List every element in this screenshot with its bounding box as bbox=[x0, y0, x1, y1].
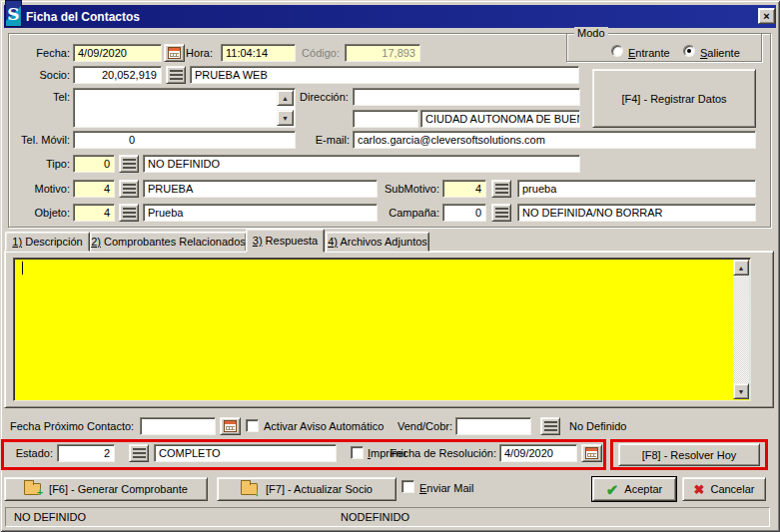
tab-label: 2) Comprobantes Relacionados bbox=[91, 236, 246, 248]
socio-lookup-button[interactable] bbox=[166, 66, 186, 84]
tipo-code-field[interactable]: 0 bbox=[73, 155, 115, 173]
radio-saliente-label[interactable]: Saliente bbox=[700, 47, 740, 60]
status-left-text: NO DEFINIDO bbox=[14, 511, 86, 524]
fecha-calendar-button[interactable] bbox=[164, 44, 185, 62]
tipo-lookup-button[interactable] bbox=[119, 155, 139, 173]
menu-icon bbox=[123, 159, 136, 169]
codigo-label: Código: bbox=[300, 47, 340, 60]
tab-respuesta[interactable]: 3) Respuesta bbox=[246, 229, 325, 253]
tipo-desc-field[interactable]: NO DEFINIDO bbox=[143, 155, 580, 173]
submotivo-label: SubMotivo: bbox=[383, 183, 439, 196]
respuesta-scroll-down-button[interactable]: ▼ bbox=[733, 383, 749, 399]
submotivo-lookup-button[interactable] bbox=[491, 180, 511, 198]
proximo-contacto-label: Fecha Próximo Contacto: bbox=[10, 420, 134, 433]
estado-lookup-button[interactable] bbox=[129, 444, 149, 462]
tab-comprobantes-relacionados[interactable]: 2) Comprobantes Relacionados bbox=[90, 232, 247, 252]
cross-icon: ✖ bbox=[694, 483, 705, 496]
arrow-down-icon: ▼ bbox=[738, 388, 745, 395]
fecha-label: Fecha: bbox=[20, 47, 70, 60]
campana-desc-field[interactable]: NO DEFINIDA/NO BORRAR bbox=[517, 204, 756, 222]
activar-aviso-checkbox[interactable] bbox=[246, 419, 259, 432]
tel-scroll-up-button[interactable]: ▲ bbox=[277, 90, 294, 106]
motivo-desc-field[interactable]: PRUEBA bbox=[143, 180, 378, 198]
objeto-desc-field[interactable]: Prueba bbox=[143, 204, 378, 222]
f6-button-label: [F6] - Generar Comprobante bbox=[49, 483, 188, 495]
resolucion-field[interactable]: 4/09/2020 bbox=[499, 444, 577, 462]
email-field[interactable]: carlos.garcia@cleversoftsolutions.com bbox=[353, 131, 756, 149]
respuesta-scroll-up-button[interactable]: ▲ bbox=[733, 260, 749, 275]
tel-movil-field[interactable]: 0 bbox=[73, 131, 296, 149]
aceptar-button[interactable]: ✔ Aceptar bbox=[592, 477, 676, 501]
radio-entrante-label[interactable]: Entrante bbox=[628, 47, 670, 60]
folder-download-icon: ↓ bbox=[241, 483, 258, 495]
campana-code-field[interactable]: 0 bbox=[442, 204, 486, 222]
respuesta-textarea[interactable]: ▲ ▼ bbox=[13, 258, 751, 401]
objeto-code-field[interactable]: 4 bbox=[73, 204, 115, 222]
radio-entrante[interactable] bbox=[611, 45, 623, 57]
enviar-mail-checkbox[interactable] bbox=[401, 480, 414, 493]
tab-archivos-adjuntos[interactable]: 4) Archivos Adjuntos bbox=[326, 232, 429, 252]
hora-field[interactable]: 11:04:14 bbox=[221, 44, 296, 62]
activar-aviso-label: Activar Aviso Automático bbox=[264, 420, 384, 433]
tab-label: 1) Descripción bbox=[12, 236, 82, 248]
app-logo-icon: S bbox=[5, 0, 22, 27]
cancelar-button[interactable]: ✖ Cancelar bbox=[682, 477, 766, 501]
submotivo-desc-field[interactable]: prueba bbox=[517, 180, 756, 198]
f6-generar-comprobante-button[interactable]: + [F6] - Generar Comprobante bbox=[4, 477, 208, 501]
f4-registrar-datos-button[interactable]: [F4] - Registrar Datos bbox=[592, 69, 756, 128]
vend-cobr-label: Vend/Cobr: bbox=[391, 420, 452, 433]
arrow-up-icon: ▲ bbox=[282, 95, 289, 102]
tab-descripcion[interactable]: 1) Descripción bbox=[5, 232, 90, 252]
menu-icon bbox=[544, 421, 557, 431]
codigo-field: 17,893 bbox=[345, 44, 420, 62]
direccion-city-field[interactable]: CIUDAD AUTONOMA DE BUEN bbox=[420, 110, 580, 128]
text-cursor bbox=[22, 262, 23, 274]
tab-label: 4) Archivos Adjuntos bbox=[328, 236, 427, 248]
proximo-contacto-calendar-button[interactable] bbox=[220, 417, 241, 435]
estado-code-field[interactable]: 2 bbox=[57, 444, 115, 462]
arrow-up-icon: ▲ bbox=[738, 265, 745, 271]
close-icon: × bbox=[763, 10, 769, 22]
calendar-icon bbox=[585, 447, 598, 459]
direccion-label: Dirección: bbox=[300, 91, 348, 104]
f7-button-label: [F7] - Actualizar Socio bbox=[266, 483, 373, 495]
estado-desc-field[interactable]: COMPLETO bbox=[154, 444, 337, 462]
folder-plus-icon: + bbox=[24, 483, 41, 495]
tab-label: 3) Respuesta bbox=[253, 235, 318, 247]
tel-movil-label: Tel. Móvil: bbox=[10, 134, 70, 147]
direccion-field[interactable] bbox=[353, 88, 580, 106]
vend-cobr-lookup-button[interactable] bbox=[540, 417, 560, 435]
proximo-contacto-field[interactable] bbox=[140, 417, 216, 435]
objeto-lookup-button[interactable] bbox=[119, 204, 139, 222]
aceptar-button-label: Aceptar bbox=[624, 483, 662, 495]
direccion-zip-field[interactable] bbox=[353, 110, 418, 128]
f8-button-label: [F8] - Resolver Hoy bbox=[642, 449, 737, 461]
title-bar[interactable]: Ficha del Contactos bbox=[4, 5, 776, 28]
motivo-code-field[interactable]: 4 bbox=[73, 180, 115, 198]
vend-cobr-field[interactable] bbox=[455, 417, 531, 435]
respuesta-scrollbar[interactable] bbox=[733, 260, 749, 399]
tel-scroll-down-button[interactable]: ▼ bbox=[277, 110, 294, 126]
menu-icon bbox=[170, 70, 183, 80]
f7-actualizar-socio-button[interactable]: ↓ [F7] - Actualizar Socio bbox=[217, 477, 396, 501]
resolucion-calendar-button[interactable] bbox=[581, 444, 602, 462]
close-button[interactable]: × bbox=[758, 8, 775, 24]
imprimir-checkbox[interactable] bbox=[351, 446, 364, 459]
motivo-lookup-button[interactable] bbox=[119, 180, 139, 198]
tel-field[interactable] bbox=[73, 88, 296, 128]
socio-name-field[interactable]: PRUEBA WEB bbox=[190, 66, 579, 84]
socio-code-field[interactable]: 20,052,919 bbox=[73, 66, 162, 84]
menu-icon bbox=[495, 208, 508, 218]
window-title: Ficha del Contactos bbox=[26, 10, 140, 24]
status-bar: NO DEFINIDO NODEFINIDO bbox=[5, 507, 770, 527]
check-icon: ✔ bbox=[606, 482, 619, 497]
radio-saliente[interactable] bbox=[683, 45, 695, 57]
socio-label: Socio: bbox=[20, 69, 70, 82]
campana-lookup-button[interactable] bbox=[491, 204, 511, 222]
submotivo-code-field[interactable]: 4 bbox=[442, 180, 486, 198]
status-right-text: NODEFINIDO bbox=[341, 511, 409, 524]
vend-cobr-desc: No Definido bbox=[569, 420, 626, 433]
fecha-field[interactable]: 4/09/2020 bbox=[73, 44, 162, 62]
f8-resolver-hoy-button[interactable]: [F8] - Resolver Hoy bbox=[618, 443, 760, 466]
calendar-icon bbox=[168, 47, 181, 59]
